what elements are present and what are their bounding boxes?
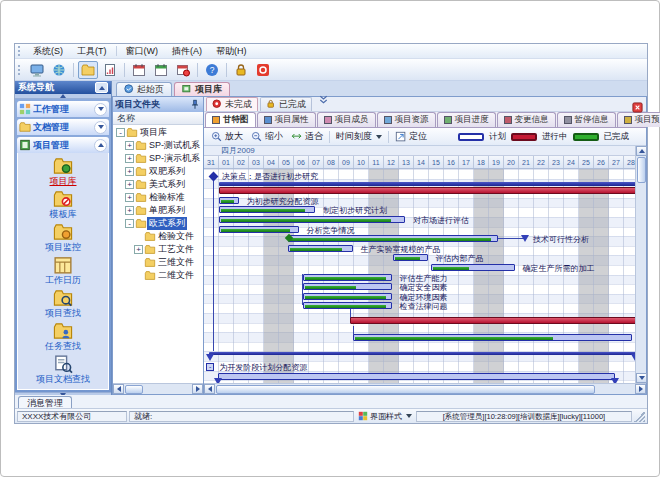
scroll-thumb[interactable]: [216, 385, 595, 394]
sidebar-item-项目库[interactable]: 项目库: [18, 156, 108, 186]
tree-expander-plus[interactable]: +: [134, 245, 143, 254]
scroll-right-button[interactable]: [192, 384, 203, 394]
help-button[interactable]: ?: [202, 61, 222, 79]
menu-item-3[interactable]: 插件(A): [165, 44, 209, 59]
tree-node-检验标准[interactable]: +检验标准: [113, 191, 203, 204]
sidebar-group-header-2[interactable]: 项目管理: [17, 137, 109, 153]
tree-expander-minus[interactable]: -: [125, 219, 134, 228]
sidebar-collapse-button[interactable]: [95, 82, 108, 93]
scroll-right-button[interactable]: [635, 384, 646, 394]
sidebar-item-任务查找[interactable]: 任务查找: [18, 321, 108, 351]
gantt-task-bar[interactable]: [393, 254, 428, 261]
tab-project-resources[interactable]: 项目资源: [377, 112, 436, 127]
tree-node-三维文件[interactable]: 三维文件: [113, 256, 203, 269]
logout-button[interactable]: [253, 61, 273, 79]
menu-item-2[interactable]: 窗口(W): [119, 44, 166, 59]
time-scale-button[interactable]: 时间刻度: [332, 129, 386, 144]
tree-expander-minus[interactable]: -: [116, 128, 125, 137]
scroll-thumb[interactable]: [125, 385, 143, 394]
zoom-in-button[interactable]: 放大: [207, 129, 247, 144]
tree-node-二维文件[interactable]: 二维文件: [113, 269, 203, 282]
gantt-vscrollbar[interactable]: [635, 146, 646, 383]
gantt-task-bar[interactable]: [353, 334, 632, 341]
tree-node-单肥系列[interactable]: +单肥系列: [113, 204, 203, 217]
ui-style-button[interactable]: 界面样式: [356, 411, 414, 422]
gantt-canvas[interactable]: 决策点：是否进行初步研究为初步研究分配资源制定初步研究计划对市场进行评估分析竞争…: [204, 169, 646, 383]
group-chevron-button[interactable]: [94, 121, 107, 134]
close-button[interactable]: [632, 99, 643, 117]
tree-node-SP-演示机系[interactable]: +SP-演示机系: [113, 152, 203, 165]
sidebar-item-模板库[interactable]: 模板库: [18, 189, 108, 219]
menubar-grip[interactable]: [18, 46, 23, 56]
tab-project-library[interactable]: 项目库: [174, 82, 230, 96]
tab-gantt-chart[interactable]: 甘特图: [205, 112, 256, 127]
pin-icon[interactable]: [189, 99, 201, 111]
gantt-milestone-marker[interactable]: [521, 235, 529, 242]
message-management-tab[interactable]: 消息管理: [18, 396, 72, 408]
tree-node-欧式系列[interactable]: -欧式系列: [113, 217, 203, 230]
group-chevron-button[interactable]: [94, 139, 107, 152]
scroll-thumb[interactable]: [637, 157, 646, 183]
gantt-task-bar[interactable]: [219, 206, 315, 213]
gantt-task-bar[interactable]: [303, 274, 392, 281]
tab-pause-info[interactable]: 暂停信息: [557, 112, 616, 127]
more-filters-button[interactable]: [318, 91, 329, 109]
tree-node-检验文件[interactable]: 检验文件: [113, 230, 203, 243]
tab-project-properties[interactable]: 项目属性: [257, 112, 316, 127]
filter-tab-unfinished[interactable]: 未完成: [206, 97, 258, 111]
gantt-task-bar[interactable]: [288, 235, 498, 242]
report-button[interactable]: [100, 61, 120, 79]
tree-hscrollbar[interactable]: [113, 383, 203, 394]
scroll-left-button[interactable]: [204, 384, 215, 394]
tree-expander-plus[interactable]: +: [125, 154, 134, 163]
scroll-left-button[interactable]: [113, 384, 124, 394]
tree-node-SP-测试机系[interactable]: +SP-测试机系: [113, 139, 203, 152]
toolbar-grip[interactable]: [18, 65, 23, 75]
group-chevron-button[interactable]: [94, 103, 107, 116]
gantt-inprogress-bar[interactable]: [350, 317, 637, 324]
scroll-down-button[interactable]: [636, 373, 647, 383]
fit-button[interactable]: 适合: [287, 129, 327, 144]
locate-button[interactable]: 定位: [391, 129, 431, 144]
sidebar-item-项目监控[interactable]: 项目监控: [18, 222, 108, 252]
folder-button[interactable]: [78, 61, 98, 79]
gantt-task-bar[interactable]: [219, 197, 239, 204]
tree-column-header[interactable]: 名称: [113, 112, 203, 125]
scroll-up-button[interactable]: [636, 146, 647, 156]
sidebar-item-工作日历[interactable]: 工作日历: [18, 255, 108, 285]
gantt-summary-bar[interactable]: [209, 352, 637, 355]
zoom-out-button[interactable]: 缩小: [247, 129, 287, 144]
calendar-badge-button[interactable]: [173, 61, 193, 79]
gantt-task-bar[interactable]: [219, 226, 299, 233]
calendar-green-button[interactable]: [151, 61, 171, 79]
gantt-collapse-box[interactable]: -: [206, 363, 214, 371]
gantt-task-bar[interactable]: [431, 264, 515, 271]
resize-grip[interactable]: [634, 411, 645, 422]
tree-node-美式系列[interactable]: +美式系列: [113, 178, 203, 191]
gantt-inprogress-bar[interactable]: [219, 187, 639, 194]
menu-item-0[interactable]: 系统(S): [26, 44, 70, 59]
lock-button[interactable]: [231, 61, 251, 79]
tab-start-page[interactable]: 起始页: [116, 82, 172, 96]
gantt-task-bar[interactable]: [288, 245, 353, 252]
sidebar-item-项目文档查找[interactable]: 项目文档查找: [18, 354, 108, 384]
sidebar-item-项目查找[interactable]: 项目查找: [18, 288, 108, 318]
tree-expander-plus[interactable]: +: [125, 141, 134, 150]
menu-item-1[interactable]: 工具(T): [70, 44, 114, 59]
gantt-hscrollbar[interactable]: [204, 383, 646, 394]
tree-expander-plus[interactable]: +: [125, 180, 134, 189]
gantt-task-bar[interactable]: [303, 283, 392, 290]
filter-tab-finished[interactable]: 已完成: [260, 97, 312, 111]
globe-button[interactable]: [49, 61, 69, 79]
gantt-task-bar[interactable]: [303, 302, 392, 309]
tree-node-双肥系列[interactable]: +双肥系列: [113, 165, 203, 178]
tree-expander-plus[interactable]: +: [125, 193, 134, 202]
gantt-task-bar[interactable]: [218, 373, 616, 380]
tab-project-members[interactable]: 项目成员: [317, 112, 376, 127]
sidebar-group-header-1[interactable]: 文档管理: [17, 119, 109, 135]
sidebar-group-header-0[interactable]: 工作管理: [17, 101, 109, 117]
menu-item-4[interactable]: 帮助(H): [209, 44, 254, 59]
gantt-summary-bar[interactable]: [219, 182, 639, 186]
gantt-task-bar[interactable]: [219, 216, 405, 223]
computer-button[interactable]: [27, 61, 47, 79]
